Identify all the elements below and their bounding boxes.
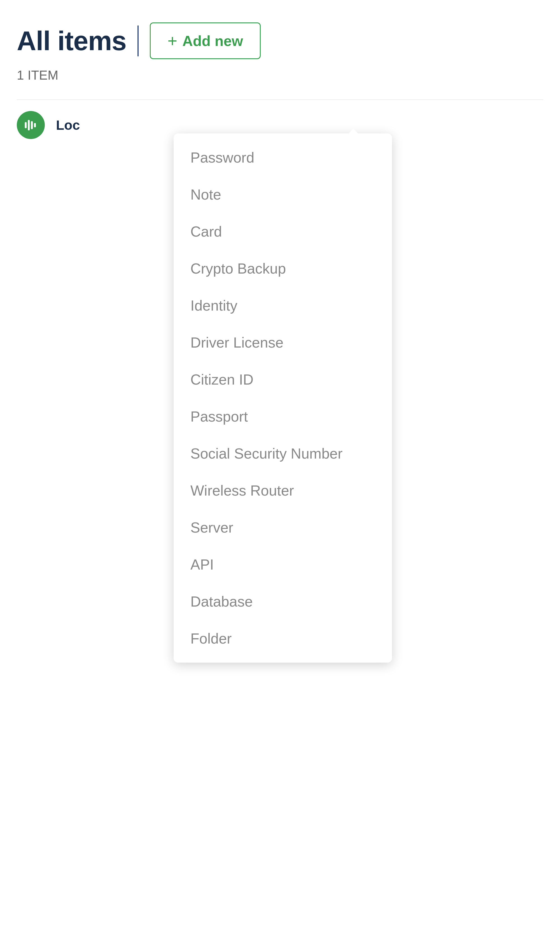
add-new-button[interactable]: + Add new: [150, 22, 261, 59]
svg-rect-2: [31, 121, 33, 129]
dropdown-item-password[interactable]: Password: [174, 139, 392, 176]
dropdown-item-api[interactable]: API: [174, 546, 392, 583]
dropdown-item-passport[interactable]: Passport: [174, 398, 392, 435]
plus-icon: +: [168, 31, 177, 51]
svg-rect-3: [34, 123, 36, 127]
header-section: All items + Add new: [17, 22, 543, 59]
svg-rect-1: [28, 120, 30, 130]
dropdown-notch: [348, 128, 358, 134]
add-new-label: Add new: [182, 32, 243, 49]
waveform-icon: [23, 117, 38, 133]
item-count-number: 1: [17, 68, 24, 82]
page-title: All items: [17, 26, 126, 56]
dropdown-item-database[interactable]: Database: [174, 583, 392, 620]
svg-rect-0: [25, 122, 26, 128]
item-avatar: [17, 111, 45, 139]
dropdown-item-wireless-router[interactable]: Wireless Router: [174, 472, 392, 509]
dropdown-item-crypto-backup[interactable]: Crypto Backup: [174, 250, 392, 287]
dropdown-item-identity[interactable]: Identity: [174, 287, 392, 324]
dropdown-item-driver-license[interactable]: Driver License: [174, 324, 392, 361]
dropdown-menu: Password Note Card Crypto Backup Identit…: [174, 133, 392, 663]
item-count-label: ITEM: [28, 68, 58, 82]
dropdown-item-folder[interactable]: Folder: [174, 620, 392, 657]
item-name: Loc: [56, 117, 80, 133]
dropdown-item-card[interactable]: Card: [174, 213, 392, 250]
dropdown-item-citizen-id[interactable]: Citizen ID: [174, 361, 392, 398]
dropdown-item-server[interactable]: Server: [174, 509, 392, 546]
content-area: Loc Password Note Card Crypto Backup Ide…: [17, 99, 543, 150]
dropdown-item-ssn[interactable]: Social Security Number: [174, 435, 392, 472]
vertical-divider: [137, 26, 138, 56]
item-count: 1 ITEM: [17, 68, 543, 83]
page-container: All items + Add new 1 ITEM Loc: [0, 0, 560, 946]
dropdown-item-note[interactable]: Note: [174, 176, 392, 213]
